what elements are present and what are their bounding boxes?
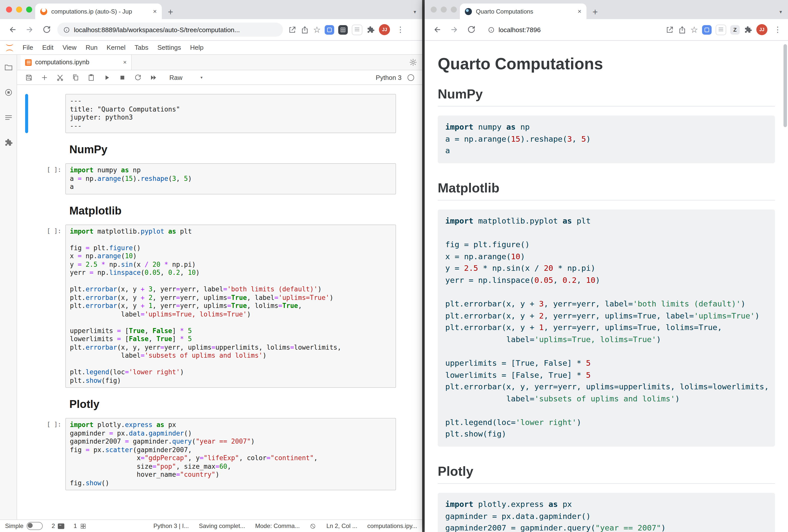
menu-settings[interactable]: Settings	[153, 44, 185, 51]
back-icon[interactable]	[433, 25, 442, 34]
profile-avatar[interactable]: JJ	[756, 24, 767, 35]
forward-icon[interactable]	[25, 25, 34, 34]
raw-cell[interactable]: ---title: "Quarto Computations"jupyter: …	[17, 92, 422, 135]
run-cell-icon[interactable]	[103, 74, 111, 81]
share-icon[interactable]	[678, 25, 687, 34]
extensions-puzzle-icon[interactable]	[367, 25, 375, 34]
markdown-cell-plotly[interactable]: Plotly	[17, 390, 422, 416]
close-tab-icon[interactable]: ×	[578, 7, 582, 15]
code-block-matplotlib[interactable]: import matplotlib.pyplot as plt fig = pl…	[438, 209, 775, 447]
menu-file[interactable]: File	[18, 44, 38, 51]
extension-manager-icon[interactable]	[4, 138, 13, 147]
profile-avatar[interactable]: JJ	[379, 24, 390, 35]
menu-run[interactable]: Run	[81, 44, 102, 51]
code-cell-matplotlib[interactable]: [ ]: import matplotlib.pyplot as plt fig…	[17, 222, 422, 390]
simple-mode-toggle[interactable]: Simple	[5, 522, 42, 530]
extension-grid-icon[interactable]	[338, 25, 348, 35]
settings-gear-icon[interactable]	[409, 58, 417, 66]
menu-kernel[interactable]: Kernel	[102, 44, 130, 51]
tab-search-chevron-icon[interactable]: ▾	[414, 9, 416, 15]
copy-cells-icon[interactable]	[72, 74, 79, 81]
saving-status: Saving complet...	[199, 523, 245, 530]
browser-tab-title: computations.ip (auto-S) - Jup	[51, 8, 149, 15]
notebook-tab[interactable]: computations.ipynb ×	[21, 55, 132, 70]
interrupt-kernel-icon[interactable]	[119, 74, 126, 81]
zoom-window-button[interactable]	[451, 6, 457, 13]
toggle-switch[interactable]	[26, 522, 42, 530]
open-in-new-icon[interactable]	[665, 25, 674, 34]
cursor-position[interactable]: Ln 2, Col ...	[327, 523, 357, 530]
restart-run-all-icon[interactable]	[150, 74, 157, 81]
paste-cells-icon[interactable]	[87, 74, 95, 81]
browser-menu-icon[interactable]: ⋮	[394, 25, 407, 34]
kernel-status-text[interactable]: Python 3 | I...	[153, 523, 189, 530]
menu-view[interactable]: View	[58, 44, 81, 51]
page-scrollbar[interactable]	[784, 44, 787, 127]
reload-icon[interactable]	[42, 25, 51, 34]
close-notebook-tab-icon[interactable]: ×	[123, 59, 127, 66]
code-block-numpy[interactable]: import numpy as npa = np.arange(15).resh…	[438, 116, 775, 163]
bookmark-star-icon[interactable]: ☆	[690, 25, 698, 34]
right-tabstrip: Quarto Computations × + ▾	[425, 0, 788, 19]
cell-type-select[interactable]: Raw ▾	[169, 74, 202, 81]
reload-icon[interactable]	[467, 25, 476, 34]
extension-camera-icon[interactable]	[702, 25, 712, 35]
zoom-window-button[interactable]	[26, 6, 32, 13]
address-bar[interactable]: localhost:7896	[482, 23, 661, 37]
jupyterlab-browser-window: computations.ip (auto-S) - Jup × + ▾ loc…	[0, 0, 422, 532]
minimize-window-button[interactable]	[16, 6, 22, 13]
save-icon[interactable]	[25, 74, 33, 81]
new-tab-button[interactable]: +	[168, 7, 173, 17]
browser-tab[interactable]: computations.ip (auto-S) - Jup ×	[35, 3, 162, 19]
menu-help[interactable]: Help	[185, 44, 208, 51]
markdown-cell-matplotlib[interactable]: Matplotlib	[17, 196, 422, 222]
tab-search-chevron-icon[interactable]: ▾	[780, 9, 782, 15]
site-info-icon[interactable]	[488, 26, 494, 33]
document-tabbar: computations.ipynb ×	[17, 55, 422, 70]
table-of-contents-icon[interactable]	[4, 113, 13, 122]
close-window-button[interactable]	[6, 6, 12, 13]
extension-camera-icon[interactable]	[325, 25, 334, 35]
extension-notes-icon[interactable]	[716, 24, 726, 35]
cell-collapser[interactable]	[25, 94, 28, 133]
jupyterlab-menubar: File Edit View Run Kernel Tabs Settings …	[0, 41, 422, 55]
menu-tabs[interactable]: Tabs	[130, 44, 153, 51]
code-editor-plotly[interactable]: import plotly.express as pxgapminder = p…	[65, 418, 396, 490]
file-browser-icon[interactable]	[4, 63, 13, 72]
code-cell-numpy[interactable]: [ ]: import numpy as npa = np.arange(15)…	[17, 161, 422, 196]
share-icon[interactable]	[300, 25, 309, 34]
extensions-puzzle-icon[interactable]	[744, 25, 752, 34]
kernel-indicator[interactable]: Python 3	[376, 74, 414, 81]
browser-menu-icon[interactable]: ⋮	[771, 25, 784, 34]
markdown-rendered: Plotly	[65, 392, 396, 414]
extension-z-icon[interactable]: Z	[730, 25, 740, 35]
minimize-window-button[interactable]	[441, 6, 447, 13]
code-editor-matplotlib[interactable]: import matplotlib.pyplot as plt fig = pl…	[65, 224, 396, 388]
open-in-new-icon[interactable]	[288, 25, 296, 34]
raw-cell-editor[interactable]: ---title: "Quarto Computations"jupyter: …	[65, 94, 396, 133]
close-window-button[interactable]	[431, 6, 437, 13]
menu-edit[interactable]: Edit	[38, 44, 58, 51]
site-info-icon[interactable]	[63, 26, 70, 33]
url-text: localhost:7896	[498, 26, 541, 34]
add-cell-icon[interactable]	[41, 74, 48, 81]
address-bar[interactable]: localhost:8889/lab/workspaces/auto-S/tre…	[57, 23, 283, 37]
new-tab-button[interactable]: +	[592, 7, 598, 17]
kernel-count[interactable]: 1	[74, 523, 86, 530]
cell-collapser	[25, 137, 28, 159]
restart-kernel-icon[interactable]	[134, 74, 142, 81]
forward-icon[interactable]	[450, 25, 459, 34]
close-tab-icon[interactable]: ×	[153, 7, 157, 15]
bookmark-star-icon[interactable]: ☆	[313, 25, 321, 34]
running-sessions-icon[interactable]	[4, 88, 13, 97]
code-editor-numpy[interactable]: import numpy as npa = np.arange(15).resh…	[65, 163, 396, 194]
terminal-count[interactable]: 2	[52, 523, 64, 530]
markdown-cell-numpy[interactable]: NumPy	[17, 135, 422, 161]
extension-notes-icon[interactable]	[352, 24, 362, 35]
browser-tab[interactable]: Quarto Computations ×	[460, 3, 587, 19]
code-block-plotly[interactable]: import plotly.express as pxgapminder = p…	[438, 493, 775, 532]
kernel-status-icon	[408, 74, 414, 81]
code-cell-plotly[interactable]: [ ]: import plotly.express as pxgapminde…	[17, 416, 422, 492]
back-icon[interactable]	[8, 25, 17, 34]
cut-cells-icon[interactable]	[56, 74, 64, 81]
